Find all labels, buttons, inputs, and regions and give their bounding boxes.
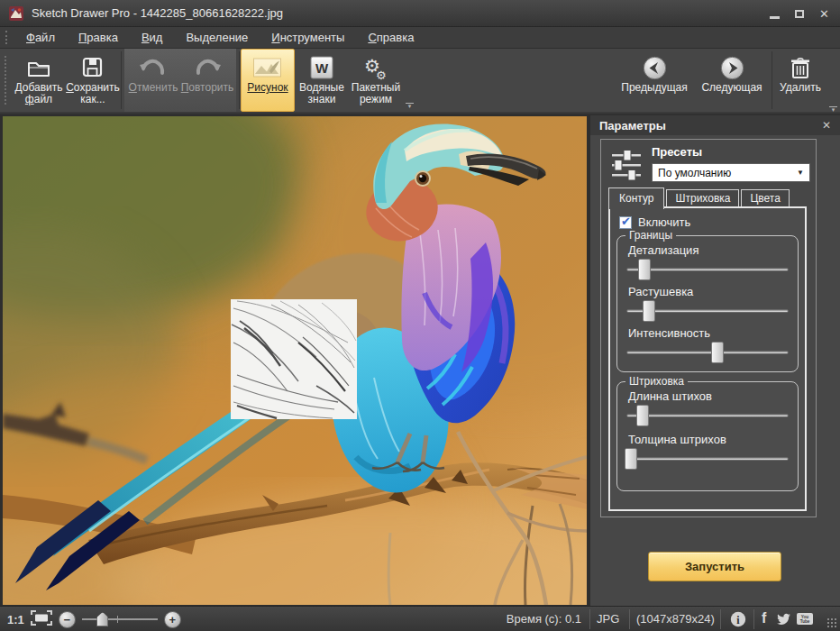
slider-track: [626, 268, 789, 271]
next-icon: [720, 53, 744, 82]
batch-mode-button[interactable]: ⚙⚙ Пакетный режим: [349, 49, 403, 112]
titlebar[interactable]: Sketch Drawer Pro - 1442285_80661628222.…: [0, 0, 840, 27]
picture-icon: [252, 53, 283, 82]
group-hatching-title: Штриховка: [625, 375, 688, 388]
feather-slider[interactable]: [626, 299, 789, 323]
menubar-drag-handle[interactable]: [5, 31, 7, 44]
slider-thumb[interactable]: [643, 300, 655, 322]
info-icon[interactable]: i: [730, 611, 746, 630]
tab-contour[interactable]: Контур: [608, 187, 664, 209]
slider-track: [626, 351, 789, 354]
bird-photo: [3, 116, 587, 605]
redo-button[interactable]: Повторить: [180, 49, 234, 112]
panel-frame: Пресеты По умолчанию ▼ Контур Штриховка …: [600, 139, 817, 517]
zoom-slider-tick: [117, 616, 118, 623]
youtube-icon[interactable]: YouTube: [797, 613, 813, 628]
app-icon: [9, 6, 23, 21]
close-button[interactable]: ✕: [819, 8, 829, 20]
parameters-panel: Параметры ✕ Пресеты По умолчанию ▼: [590, 115, 840, 606]
main-area: Параметры ✕ Пресеты По умолчанию ▼: [0, 115, 840, 606]
add-file-button[interactable]: Добавить файл: [12, 49, 66, 112]
photo-canvas[interactable]: [0, 115, 590, 606]
slider-thumb[interactable]: [638, 259, 651, 280]
previous-image-button[interactable]: Предыдущая: [616, 49, 693, 112]
watermark-button[interactable]: W Водяные знаки: [295, 49, 349, 112]
resize-grip[interactable]: [826, 617, 837, 628]
undo-button[interactable]: Отменить: [126, 49, 180, 112]
image-dimensions: (1047x879x24): [636, 612, 715, 626]
undo-icon: [139, 53, 168, 82]
redo-icon: [193, 53, 222, 82]
menu-view[interactable]: Вид: [130, 28, 175, 47]
intensity-slider[interactable]: [626, 341, 789, 364]
zoom-slider[interactable]: [82, 610, 158, 628]
watermark-label-2: знаки: [308, 94, 336, 105]
tab-colors[interactable]: Цвета: [741, 189, 789, 207]
picture-label: Рисунок: [247, 82, 288, 94]
slider-thumb[interactable]: [711, 342, 724, 363]
menu-tools[interactable]: Инструменты: [260, 28, 356, 47]
svg-text:⚙: ⚙: [376, 69, 387, 80]
add-file-label-2: файл: [25, 94, 52, 105]
stroke-width-label: Толщина штрихов: [628, 433, 726, 446]
undo-redo-group: Отменить Повторить: [124, 49, 236, 112]
panel-tabs: Контур Штриховка Цвета: [608, 185, 791, 207]
menu-help[interactable]: Справка: [356, 28, 425, 47]
tab-content: ✔ Включить Границы Детализация Растушевк…: [608, 206, 807, 511]
enable-label: Включить: [638, 215, 690, 229]
next-image-button[interactable]: Следующая: [693, 49, 771, 112]
tab-hatching[interactable]: Штриховка: [666, 189, 739, 207]
stroke-width-slider[interactable]: [626, 447, 789, 471]
next-label: Следующая: [701, 82, 762, 94]
file-format: JPG: [597, 612, 619, 626]
save-as-button[interactable]: Сохранить как...: [66, 49, 120, 112]
zoom-slider-track: [82, 618, 158, 620]
svg-text:W: W: [315, 60, 329, 76]
fit-to-screen-icon[interactable]: [31, 610, 52, 628]
group-expand-icon[interactable]: ▾: [406, 103, 414, 109]
gears-icon: ⚙⚙: [362, 53, 389, 82]
panel-close-icon[interactable]: ✕: [822, 119, 831, 132]
statusbar: 1:1 − + Время (с): 0.1 JPG (1047x879x24)…: [0, 606, 840, 631]
menu-file[interactable]: Файл: [14, 28, 67, 47]
enable-checkbox[interactable]: ✔: [619, 216, 632, 229]
group-borders-title: Границы: [625, 229, 676, 242]
run-label: Запустить: [685, 560, 744, 573]
run-button[interactable]: Запустить: [648, 552, 781, 581]
presets-label: Пресеты: [652, 145, 702, 159]
maximize-button[interactable]: [795, 10, 804, 18]
sketch-preview-square[interactable]: [231, 299, 357, 419]
render-time: Время (с): 0.1: [507, 612, 581, 626]
zoom-out-button[interactable]: −: [59, 611, 76, 628]
zoom-slider-thumb[interactable]: [96, 612, 108, 626]
toolbar-drag-handle[interactable]: [5, 56, 6, 105]
detail-slider[interactable]: [626, 258, 789, 281]
zoom-ratio-label: 1:1: [7, 613, 24, 626]
picture-mode-button[interactable]: Рисунок: [241, 49, 295, 112]
minimize-button[interactable]: [770, 16, 780, 19]
facebook-icon[interactable]: f: [762, 610, 766, 626]
stroke-length-label: Длинна штихов: [628, 389, 712, 403]
delete-button[interactable]: Удалить: [773, 49, 827, 112]
slider-thumb[interactable]: [625, 448, 637, 470]
menu-edit[interactable]: Правка: [67, 28, 130, 47]
preset-select-value: По умолчанию: [658, 167, 731, 179]
svg-text:Tube: Tube: [800, 619, 810, 624]
slider-thumb[interactable]: [636, 405, 649, 426]
folder-open-icon: [26, 53, 51, 82]
zoom-in-button[interactable]: +: [164, 611, 181, 628]
group-borders: Границы Детализация Растушевка Интенсивн…: [616, 235, 799, 372]
twitter-icon[interactable]: [776, 613, 791, 628]
delete-label: Удалить: [780, 82, 821, 94]
stroke-length-slider[interactable]: [626, 404, 789, 427]
app-window: Sketch Drawer Pro - 1442285_80661628222.…: [0, 0, 840, 631]
preset-select[interactable]: По умолчанию ▼: [652, 163, 810, 182]
menubar: Файл Правка Вид Выделение Инструменты Сп…: [0, 27, 840, 49]
feather-label: Растушевка: [628, 285, 693, 298]
toolbar: Добавить файл Сохранить как... Отменить: [0, 49, 840, 112]
save-icon: [82, 53, 104, 82]
menu-selection[interactable]: Выделение: [174, 28, 260, 47]
previous-icon: [643, 53, 667, 82]
window-title: Sketch Drawer Pro - 1442285_80661628222.…: [32, 6, 283, 20]
detail-label: Детализация: [628, 243, 698, 257]
